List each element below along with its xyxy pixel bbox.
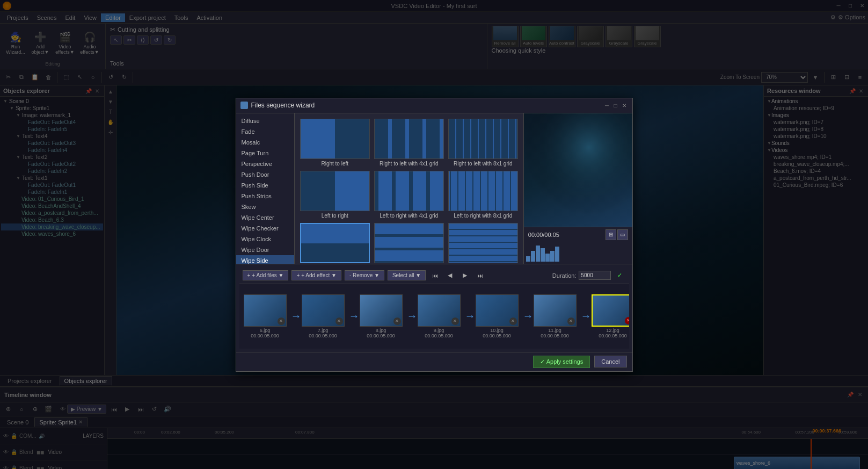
plus-icon: + [247, 272, 251, 278]
preview-area [524, 113, 632, 227]
transition-thumb-item[interactable]: Left to right with 4x1 grid [374, 171, 444, 219]
preview-pane: 00:00/00:05 ⊞ ▭ [523, 113, 632, 264]
dialog-content: DiffuseFadeMosaicPage TurnPerspectivePus… [236, 113, 632, 264]
preview-controls: 00:00/00:05 ⊞ ▭ [524, 227, 632, 242]
transition-type-item[interactable]: Wipe Door [236, 244, 294, 255]
add-effect-button[interactable]: + + Add effect ▼ [291, 270, 341, 280]
dialog-maximize[interactable]: □ [612, 102, 619, 109]
transition-type-item[interactable]: Push Strips [236, 191, 294, 201]
dialog-close[interactable]: ✕ [621, 102, 628, 109]
transition-type-item[interactable]: Wipe Center [236, 212, 294, 223]
file-thumbnail: ✕ [534, 294, 577, 327]
duration-field: Duration: [552, 271, 611, 280]
files-sequence-dialog: Files sequence wizard ─ □ ✕ DiffuseFadeM… [236, 98, 633, 372]
transition-type-item[interactable]: Mosaic [236, 137, 294, 148]
file-item[interactable]: ✕8.jpg 00:00:05.000 [360, 294, 403, 338]
dialog-overlay: Files sequence wizard ─ □ ✕ DiffuseFadeM… [0, 0, 868, 469]
dialog-bottom: + + Add files ▼ + + Add effect ▼ - Remov… [236, 264, 632, 352]
preview-btns: ⊞ ▭ [606, 229, 628, 240]
dialog-titlebar: Files sequence wizard ─ □ ✕ [236, 98, 632, 113]
dialog-main: Right to leftRight to left with 4x1 grid… [295, 113, 523, 264]
file-remove-button[interactable]: ✕ [509, 318, 517, 325]
file-info: 8.jpg 00:00:05.000 [367, 328, 395, 338]
file-thumbnail: ✕ [360, 294, 403, 327]
file-thumbnail: ✕ [244, 294, 287, 327]
file-item[interactable]: ✕7.jpg 00:00:05.000 [302, 294, 345, 338]
file-remove-button[interactable]: ✕ [335, 318, 343, 325]
transition-thumb-item[interactable]: Bottom to top with 1x4 grid [374, 223, 444, 264]
transition-arrow: → [349, 300, 360, 333]
preview-image [524, 113, 632, 227]
transition-arrow: → [465, 300, 476, 333]
file-info: 11.jpg 00:00:05.000 [541, 328, 569, 338]
file-remove-button[interactable]: ✕ [393, 318, 401, 325]
transition-thumb-item[interactable]: Bottom to top [300, 223, 370, 264]
transition-arrow: → [407, 300, 418, 333]
transition-arrow: → [581, 300, 592, 333]
transition-arrow: → [523, 300, 534, 333]
file-remove-button[interactable]: ✕ [278, 318, 285, 325]
transition-type-item[interactable]: Page Turn [236, 148, 294, 158]
files-scroll-area: ✕6.jpg 00:00:05.000→✕7.jpg 00:00:05.000→… [239, 284, 629, 349]
transition-type-item[interactable]: Wipe Clock [236, 234, 294, 244]
transition-thumb-item[interactable]: Left to right [300, 171, 370, 219]
audio-wave [524, 242, 632, 264]
cancel-button[interactable]: Cancel [594, 356, 626, 367]
transition-type-item[interactable]: Perspective [236, 158, 294, 169]
transition-type-item[interactable]: Push Door [236, 169, 294, 180]
transition-type-item[interactable]: Wipe Side [236, 255, 294, 264]
transitions-list: DiffuseFadeMosaicPage TurnPerspectivePus… [236, 113, 295, 264]
nav-btn-4[interactable]: ⏭ [474, 270, 486, 282]
file-info: 7.jpg 00:00:05.000 [309, 328, 337, 338]
preview-zoom-btn[interactable]: ⊞ [606, 229, 616, 240]
transition-type-item[interactable]: Skew [236, 201, 294, 212]
transition-thumb-item[interactable]: Right to left [300, 119, 370, 167]
duration-label: Duration: [552, 272, 577, 279]
transition-type-item[interactable]: Fade [236, 126, 294, 137]
file-item[interactable]: ✕9.jpg 00:00:05.000 [418, 294, 461, 338]
transition-thumb-item[interactable]: Bottom to top with 1x8 grid [448, 223, 518, 264]
apply-settings-button[interactable]: ✓ Apply settings [533, 356, 590, 368]
file-thumbnail: ✕ [418, 294, 461, 327]
transition-thumb-item[interactable]: Left to right with 8x1 grid [448, 171, 518, 219]
transition-thumb-item[interactable]: Right to left with 8x1 grid [448, 119, 518, 167]
file-remove-button[interactable]: ✕ [451, 318, 459, 325]
file-item[interactable]: ✕11.jpg 00:00:05.000 [534, 294, 577, 338]
file-info: 12.jpg 00:00:05.000 [599, 328, 627, 338]
transitions-grid: Right to leftRight to left with 4x1 grid… [295, 113, 523, 264]
transition-arrow: → [291, 300, 302, 333]
transition-type-item[interactable]: Wipe Checker [236, 223, 294, 234]
preview-time-display: 00:00/00:05 [528, 232, 559, 238]
file-remove-button[interactable]: ✕ [567, 318, 575, 325]
file-item[interactable]: ✕6.jpg 00:00:05.000 [244, 294, 287, 338]
select-all-button[interactable]: Select all ▼ [388, 270, 426, 280]
add-files-button[interactable]: + + Add files ▼ [243, 270, 289, 280]
file-thumbnail: ✕ [592, 294, 629, 327]
dialog-bottom-toolbar: + + Add files ▼ + + Add effect ▼ - Remov… [239, 268, 629, 284]
effect-plus-icon: + [296, 272, 300, 278]
dialog-minimize[interactable]: ─ [603, 102, 611, 109]
dialog-controls: ─ □ ✕ [603, 102, 628, 109]
nav-btn-2[interactable]: ◀ [444, 270, 456, 282]
transition-thumb-item[interactable]: Right to left with 4x1 grid [374, 119, 444, 167]
transition-type-item[interactable]: Diffuse [236, 116, 294, 126]
file-thumbnail: ✕ [302, 294, 345, 327]
transition-type-item[interactable]: Push Side [236, 180, 294, 191]
nav-btn-3[interactable]: ▶ [459, 270, 471, 282]
file-item[interactable]: ✕10.jpg 00:00:05.000 [476, 294, 519, 338]
dialog-icon [240, 102, 248, 109]
file-info: 6.jpg 00:00:05.000 [251, 328, 279, 338]
nav-btn-1[interactable]: ⏮ [429, 270, 441, 282]
file-item[interactable]: ✕12.jpg 00:00:05.000 [592, 294, 629, 338]
svg-rect-2 [524, 113, 632, 227]
remove-button[interactable]: - Remove ▼ [345, 270, 384, 280]
apply-cancel-row: ✓ Apply settings Cancel [236, 352, 632, 371]
file-thumbnail: ✕ [476, 294, 519, 327]
file-info: 9.jpg 00:00:05.000 [425, 328, 453, 338]
apply-check-btn[interactable]: ✓ [614, 270, 626, 282]
duration-input[interactable] [579, 271, 611, 280]
file-info: 10.jpg 00:00:05.000 [483, 328, 511, 338]
dialog-title: Files sequence wizard [251, 102, 603, 109]
preview-fit-btn[interactable]: ▭ [617, 229, 628, 240]
file-remove-button[interactable]: ✕ [625, 317, 629, 324]
